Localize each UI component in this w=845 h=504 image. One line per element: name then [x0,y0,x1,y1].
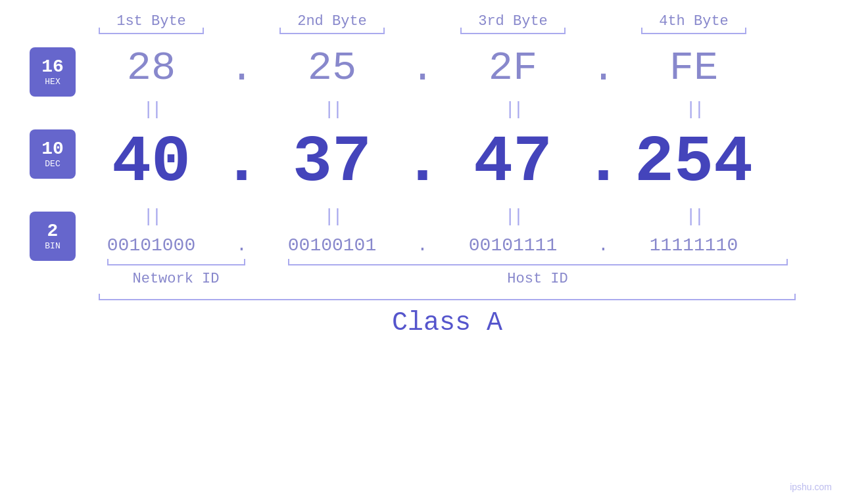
network-id-label: Network ID [132,271,219,287]
bottom-brackets-area: Network ID Host ID [85,264,809,287]
dec-b3: 47 [447,127,579,199]
eq1-b2: || [266,99,398,120]
class-area: Class A [85,299,809,338]
hex-row: 28 . 25 . 2F . FE [85,44,809,93]
eq2-b1: || [85,206,217,227]
bin-dot1: . [217,235,266,256]
hex-label: HEX [45,77,60,87]
hex-b2: 25 [266,44,398,93]
eq2-b3: || [447,206,579,227]
bracket-byte1 [85,33,217,34]
bin-row: 00101000 . 00100101 . 00101111 . 1111111… [85,233,809,258]
eq2-b4: || [628,206,760,227]
byte4-header: 4th Byte [628,13,760,30]
bin-dot3: . [579,235,628,256]
bracket-byte3 [447,33,579,34]
class-label: Class A [85,308,809,338]
bin-badge: 2 BIN [30,212,76,261]
top-bracket-row [85,33,809,34]
hex-badge: 16 HEX [30,47,76,97]
eq1-b1: || [85,99,217,120]
byte2-header: 2nd Byte [266,13,398,30]
dec-badge: 10 DEC [30,129,76,179]
hex-b4: FE [628,44,760,93]
eq1-b4: || [628,99,760,120]
dec-b1: 40 [85,127,217,199]
bin-b1: 00101000 [85,233,217,258]
eq2-b2: || [266,206,398,227]
bin-b2: 00100101 [266,233,398,258]
watermark: ipshu.com [790,482,832,492]
bin-b4: 11111110 [628,233,760,258]
hex-num: 16 [41,57,64,78]
bracket-byte4 [628,33,760,34]
host-id-label: Host ID [507,271,567,287]
byte1-header: 1st Byte [85,13,217,30]
bin-dot2: . [398,235,447,256]
equals-row2: || || || || [85,200,809,233]
header-row: 1st Byte 2nd Byte 3rd Byte 4th Byte [85,13,809,30]
dec-dot1: . [217,126,266,200]
data-col: 28 . 25 . 2F . FE || || || || 40 [85,44,845,338]
hex-dot3: . [579,45,628,92]
dec-dot3: . [579,126,628,200]
equals-row1: || || || || [85,93,809,126]
hex-b1: 28 [85,44,217,93]
hex-b3: 2F [447,44,579,93]
bin-num: 2 [47,221,59,242]
network-id-bracket: Network ID [85,264,266,287]
dec-b4: 254 [628,127,760,199]
dec-dot2: . [398,126,447,200]
eq1-b3: || [447,99,579,120]
dec-row: 40 . 37 . 47 . 254 [85,126,809,200]
dec-num: 10 [41,139,64,160]
bracket-byte2 [266,33,398,34]
dec-label: DEC [45,159,60,169]
rows-section: 16 HEX 10 DEC 2 BIN 28 . 25 . [0,44,845,338]
host-id-bracket: Host ID [266,264,809,287]
byte3-header: 3rd Byte [447,13,579,30]
top-section: 1st Byte 2nd Byte 3rd Byte 4th Byte [85,13,845,44]
hex-dot2: . [398,45,447,92]
bin-label: BIN [45,241,60,251]
bin-b3: 00101111 [447,233,579,258]
hex-dot1: . [217,45,266,92]
labels-col: 16 HEX 10 DEC 2 BIN [0,44,85,338]
main-layout: 1st Byte 2nd Byte 3rd Byte 4th Byte [0,0,845,504]
dec-b2: 37 [266,127,398,199]
